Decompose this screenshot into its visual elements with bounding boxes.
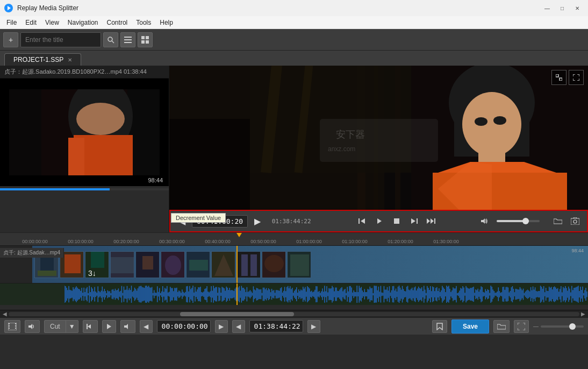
main-area: 贞子：起源.Sadako.2019.BD1080PX2…mp4 01:38:44… bbox=[0, 66, 588, 232]
svg-point-36 bbox=[475, 117, 487, 126]
tab-label: PROJECT-1.SSP bbox=[13, 56, 63, 63]
expand-button[interactable] bbox=[514, 320, 529, 333]
film-strip-button[interactable] bbox=[4, 320, 20, 333]
zoom-control: — bbox=[533, 323, 584, 329]
minimize-button[interactable]: — bbox=[541, 3, 554, 13]
media-progress-fill bbox=[0, 188, 110, 190]
svg-rect-5 bbox=[124, 39, 132, 40]
ruler-label-7: 01:10:00:00 bbox=[342, 239, 368, 244]
fit-window-button[interactable] bbox=[551, 70, 567, 85]
svg-line-3 bbox=[112, 41, 114, 43]
svg-marker-577 bbox=[107, 324, 111, 329]
media-timecode: 98:44 bbox=[146, 176, 164, 184]
menu-file[interactable]: File bbox=[2, 16, 21, 29]
thumb-11 bbox=[287, 251, 311, 278]
svg-rect-17 bbox=[68, 138, 84, 175]
menu-control[interactable]: Control bbox=[103, 16, 132, 29]
project-tab[interactable]: PROJECT-1.SSP ✕ bbox=[4, 53, 81, 66]
outpoint-prev-button[interactable]: ◀ bbox=[232, 320, 245, 333]
next-timecode-button[interactable]: ▶ bbox=[250, 214, 265, 229]
window-controls: — □ ✕ bbox=[541, 3, 584, 13]
svg-rect-73 bbox=[237, 252, 261, 278]
svg-rect-64 bbox=[111, 257, 134, 273]
video-track: 贞千: 起源.Sadak…mp4 3↓ bbox=[0, 246, 588, 283]
toolbar: + bbox=[0, 29, 588, 51]
list-view-button[interactable] bbox=[120, 32, 135, 47]
svg-text:3↓: 3↓ bbox=[88, 269, 96, 278]
thumbnail-preview bbox=[0, 79, 169, 186]
timecode-in-display: 00:00:00:00 bbox=[157, 320, 211, 332]
scroll-right-button[interactable]: ▶ bbox=[579, 310, 587, 318]
svg-rect-47 bbox=[417, 218, 418, 224]
output-folder-button[interactable] bbox=[493, 320, 510, 333]
svg-point-37 bbox=[493, 116, 506, 125]
grid-view-button[interactable] bbox=[138, 32, 153, 47]
video-track-content[interactable]: 3↓ bbox=[32, 246, 588, 283]
thumb-4 bbox=[110, 251, 134, 278]
mark-in-button[interactable] bbox=[83, 320, 98, 333]
svg-rect-61 bbox=[91, 252, 104, 268]
tab-close-button[interactable]: ✕ bbox=[68, 57, 72, 63]
scroll-left-button[interactable]: ◀ bbox=[1, 310, 9, 318]
snapshot-button[interactable] bbox=[568, 214, 583, 229]
menu-navigation[interactable]: Navigation bbox=[63, 16, 103, 29]
volume-slider[interactable] bbox=[497, 220, 540, 222]
ruler-label-2: 00:20:00:00 bbox=[113, 239, 139, 244]
waveform-display bbox=[64, 283, 588, 305]
svg-rect-6 bbox=[124, 42, 132, 43]
svg-rect-575 bbox=[87, 324, 88, 329]
step-back-button[interactable] bbox=[355, 214, 370, 229]
save-button[interactable]: Save bbox=[451, 320, 489, 333]
maximize-button[interactable]: □ bbox=[556, 3, 569, 13]
tab-bar: PROJECT-1.SSP ✕ bbox=[0, 51, 588, 66]
transport-bar: ◀ 00:41:00:20 ▶ 01:38:44:22 bbox=[169, 210, 588, 232]
audio-small-button[interactable] bbox=[120, 320, 135, 333]
close-button[interactable]: ✕ bbox=[571, 3, 584, 13]
add-button[interactable]: + bbox=[3, 32, 18, 47]
title-input[interactable] bbox=[20, 32, 101, 47]
svg-marker-49 bbox=[427, 218, 430, 224]
svg-rect-75 bbox=[250, 254, 257, 276]
volume-knob bbox=[522, 218, 529, 224]
fast-forward-button[interactable] bbox=[424, 214, 439, 229]
media-info-bar: 贞子：起源.Sadako.2019.BD1080PX2…mp4 01:38:44 bbox=[0, 66, 169, 79]
stop-button[interactable] bbox=[389, 214, 404, 229]
horizontal-scrollbar[interactable]: ◀ ▶ bbox=[0, 310, 588, 317]
zoom-slider[interactable] bbox=[541, 325, 584, 328]
cut-button-group[interactable]: Cut ▼ bbox=[44, 320, 78, 333]
timecode-prev-button[interactable]: ◀ bbox=[140, 320, 153, 333]
media-progress-bar[interactable] bbox=[0, 188, 169, 190]
fullscreen-button[interactable] bbox=[569, 70, 584, 85]
menu-tools[interactable]: Tools bbox=[132, 16, 155, 29]
svg-point-68 bbox=[165, 256, 181, 275]
audio-toggle-button[interactable] bbox=[25, 320, 40, 333]
svg-marker-48 bbox=[411, 218, 415, 224]
search-button[interactable] bbox=[103, 32, 118, 47]
track-timecode: 98:44 bbox=[571, 248, 584, 253]
cut-dropdown-arrow[interactable]: ▼ bbox=[66, 321, 78, 332]
timecode-next-button[interactable]: ▶ bbox=[215, 320, 228, 333]
scroll-track[interactable] bbox=[9, 312, 579, 316]
zoom-minus[interactable]: — bbox=[533, 323, 539, 329]
menu-help[interactable]: Help bbox=[155, 16, 177, 29]
app-icon bbox=[4, 4, 13, 12]
bookmark-button[interactable] bbox=[432, 320, 447, 333]
prev-timecode-button[interactable]: ◀ bbox=[175, 214, 190, 229]
menu-edit[interactable]: Edit bbox=[21, 16, 41, 29]
svg-marker-52 bbox=[481, 218, 485, 224]
scroll-thumb[interactable] bbox=[180, 312, 294, 316]
outpoint-next-button[interactable]: ▶ bbox=[307, 320, 320, 333]
svg-point-54 bbox=[573, 220, 577, 223]
menu-view[interactable]: View bbox=[41, 16, 63, 29]
play-button[interactable] bbox=[372, 214, 387, 229]
open-folder-button[interactable] bbox=[550, 214, 565, 229]
cut-label: Cut bbox=[45, 323, 66, 330]
video-preview-panel: 安下器 anxz.com bbox=[169, 66, 588, 232]
step-forward-button[interactable] bbox=[406, 214, 421, 229]
play-small-button[interactable] bbox=[102, 320, 116, 333]
thumb-9 bbox=[236, 251, 261, 278]
thumbnail-strip: 3↓ bbox=[34, 251, 311, 278]
svg-rect-572 bbox=[15, 325, 16, 327]
svg-rect-57 bbox=[38, 271, 56, 276]
volume-button[interactable] bbox=[477, 214, 492, 229]
